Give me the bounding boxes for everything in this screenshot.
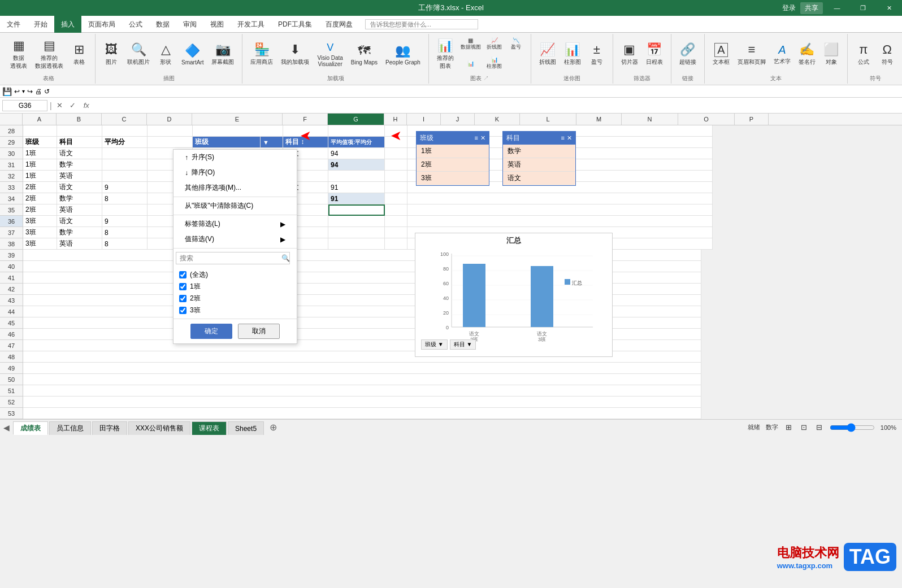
slicer-subject[interactable]: 科目 ≡ ✕ 数学 英语 语文: [502, 131, 576, 186]
tab-data[interactable]: 数据: [149, 16, 176, 33]
cell-B36[interactable]: 语文: [57, 216, 102, 227]
visio-btn[interactable]: V Visio DataVisualizer: [314, 35, 346, 73]
cell-B30[interactable]: 语文: [57, 148, 102, 159]
cell-B29[interactable]: 科目: [57, 137, 102, 148]
slicer-multiselect-btn[interactable]: ≡: [475, 134, 478, 142]
normal-view-btn[interactable]: ⊞: [784, 423, 793, 432]
cell-G35-selected[interactable]: [328, 204, 385, 216]
column-chart-btn[interactable]: 📊 柱形图: [484, 54, 505, 72]
col-header-H[interactable]: H: [384, 114, 407, 125]
chart-subject-slicer-btn[interactable]: 科目 ▼: [450, 339, 476, 350]
cell-B34[interactable]: 数学: [57, 193, 102, 204]
restore-btn[interactable]: ❐: [850, 0, 876, 16]
checkbox-all-input[interactable]: [179, 271, 187, 278]
checkbox-class2[interactable]: 2班: [179, 293, 291, 304]
cell-G30[interactable]: 94: [328, 148, 385, 159]
add-sheet-btn[interactable]: ⊕: [265, 420, 281, 435]
tab-home[interactable]: 开始: [27, 16, 54, 33]
cell-C37[interactable]: 8: [102, 227, 148, 238]
checkbox-class3[interactable]: 3班: [179, 304, 291, 316]
row-num-34[interactable]: 34: [0, 193, 23, 204]
cell-H38[interactable]: [385, 238, 407, 250]
row-num-44[interactable]: 44: [0, 306, 23, 317]
row-num-35[interactable]: 35: [0, 204, 23, 216]
line-chart-btn[interactable]: 📈 折线图: [484, 35, 505, 53]
value-filter-item[interactable]: 值筛选(V) ▶: [174, 232, 297, 247]
cell-G33[interactable]: 91: [328, 182, 385, 193]
cell-G31[interactable]: 94: [328, 159, 385, 171]
cell-H31[interactable]: [385, 159, 407, 171]
sheet-tab-grid[interactable]: 田字格: [92, 421, 127, 435]
checkbox-class1-input[interactable]: [179, 283, 187, 290]
col-header-G[interactable]: G: [328, 114, 384, 125]
equation-btn[interactable]: π 公式: [852, 35, 875, 73]
sheet-tab-sheet5[interactable]: Sheet5: [228, 421, 264, 435]
table-btn[interactable]: ⊞ 表格: [68, 35, 90, 73]
cell-H36[interactable]: [385, 216, 407, 227]
slicer-subject-multiselect-btn[interactable]: ≡: [561, 134, 565, 142]
my-addins-btn[interactable]: ⬇ 我的加载项: [277, 35, 313, 73]
row-num-52[interactable]: 52: [0, 397, 23, 408]
checkbox-all[interactable]: (全选): [179, 269, 291, 281]
row-num-48[interactable]: 48: [0, 351, 23, 363]
cell-A37[interactable]: 3班: [23, 227, 57, 238]
chart-class-slicer-btn[interactable]: 班级 ▼: [421, 339, 448, 350]
redo-btn[interactable]: ↪: [27, 88, 33, 95]
cell-H34[interactable]: [385, 193, 407, 204]
sheet-tab-scores[interactable]: 成绩表: [13, 421, 48, 435]
row-num-49[interactable]: 49: [0, 363, 23, 374]
col-header-F[interactable]: F: [283, 114, 328, 125]
sort-desc-item[interactable]: ↓ 降序(O): [174, 165, 297, 180]
cell-A31[interactable]: 1班: [23, 159, 57, 171]
chart-container[interactable]: 汇总 100 80 60 40 20 0: [415, 233, 613, 357]
zoom-slider[interactable]: [830, 423, 875, 432]
cell-G38[interactable]: [328, 238, 385, 250]
row-num-37[interactable]: 37: [0, 227, 23, 238]
row-num-33[interactable]: 33: [0, 182, 23, 193]
sheet-tab-employees[interactable]: 员工信息: [49, 421, 91, 435]
row-num-32[interactable]: 32: [0, 171, 23, 182]
row-num-39[interactable]: 39: [0, 250, 23, 261]
smartart-btn[interactable]: 🔷 SmartArt: [178, 35, 207, 73]
object-btn[interactable]: ⬜ 对象: [820, 35, 843, 73]
symbol-btn[interactable]: Ω 符号: [876, 35, 899, 73]
tab-page-layout[interactable]: 页面布局: [81, 16, 122, 33]
col-header-O[interactable]: O: [678, 114, 735, 125]
pivot-table-btn[interactable]: ▦ 数据透视表: [7, 35, 31, 73]
cell-A33[interactable]: 2班: [23, 182, 57, 193]
undo2-btn[interactable]: ↺: [44, 88, 50, 95]
slicer-subject-item-chinese[interactable]: 语文: [503, 172, 575, 185]
cell-G28[interactable]: [328, 125, 385, 137]
slicer-clear-btn[interactable]: ✕: [480, 134, 485, 142]
col-header-I[interactable]: I: [407, 114, 441, 125]
name-box[interactable]: [2, 100, 47, 111]
cell-B28[interactable]: [57, 125, 102, 137]
row-num-30[interactable]: 30: [0, 148, 23, 159]
col-header-B[interactable]: B: [57, 114, 102, 125]
cell-50[interactable]: [23, 374, 701, 385]
signature-btn[interactable]: ✍ 签名行: [795, 35, 819, 73]
cell-C30[interactable]: [102, 148, 148, 159]
row-num-40[interactable]: 40: [0, 261, 23, 272]
cell-A35[interactable]: 2班: [23, 204, 57, 216]
bing-maps-btn[interactable]: 🗺 Bing Maps: [348, 35, 381, 73]
cell-G32[interactable]: [328, 171, 385, 182]
close-btn[interactable]: ✕: [876, 0, 902, 16]
cell-B33[interactable]: 语文: [57, 182, 102, 193]
col-header-M[interactable]: M: [576, 114, 622, 125]
search-input[interactable]: [365, 19, 478, 29]
slicer-btn[interactable]: ▣ 切片器: [618, 35, 641, 73]
cell-rest-34[interactable]: [407, 193, 713, 204]
cell-C38[interactable]: 8: [102, 238, 148, 250]
checkbox-class3-input[interactable]: [179, 307, 187, 314]
page-layout-view-btn[interactable]: ⊡: [799, 423, 809, 432]
slicer-class-item-1[interactable]: 1班: [417, 145, 489, 158]
print-preview-btn[interactable]: 🖨: [35, 88, 42, 95]
col-header-E[interactable]: E: [192, 114, 283, 125]
cell-H37[interactable]: [385, 227, 407, 238]
row-num-28[interactable]: 28: [0, 125, 23, 137]
function-icon[interactable]: fx: [80, 101, 93, 110]
filter-search-input[interactable]: [176, 252, 290, 264]
sparkline-line-btn[interactable]: 📈 折线图: [536, 35, 560, 73]
cell-A34[interactable]: 2班: [23, 193, 57, 204]
